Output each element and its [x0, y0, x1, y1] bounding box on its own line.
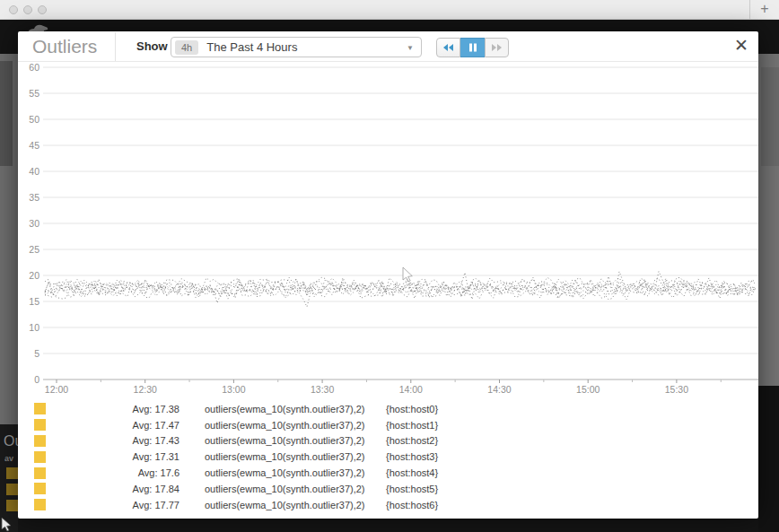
svg-text:15: 15 [29, 296, 39, 307]
legend-metric: outliers(ewma_10(synth.outlier37),2) [205, 500, 380, 510]
series-swatch[interactable] [34, 435, 46, 447]
new-tab-button[interactable]: + [749, 0, 779, 20]
svg-text:60: 60 [29, 62, 39, 73]
window-minimize-button[interactable] [23, 5, 32, 14]
modal-header: Outliers Show 4h The Past 4 Hours ▼ [18, 31, 758, 62]
background-right-bottom [758, 386, 779, 532]
background-panel [761, 67, 779, 166]
legend-avg: Avg: 17.77 [46, 500, 179, 510]
legend-avg: Avg: 17.38 [46, 404, 179, 414]
series-swatch[interactable] [34, 451, 46, 463]
legend-row[interactable]: Avg: 17.38 outliers(ewma_10(synth.outlie… [18, 401, 758, 417]
pause-button[interactable] [460, 38, 485, 57]
fast-forward-icon [491, 43, 503, 52]
legend-scope: {host:host3} [386, 451, 438, 462]
svg-text:12:00: 12:00 [45, 384, 68, 395]
timeframe-value: The Past 4 Hours [206, 40, 297, 54]
svg-text:5: 5 [34, 348, 39, 359]
background-bottom [18, 519, 758, 532]
background-widget-subtitle: av [4, 454, 13, 463]
legend-scope: {host:host5} [386, 484, 438, 494]
timeframe-badge: 4h [175, 40, 198, 55]
svg-text:13:00: 13:00 [222, 384, 245, 395]
legend-row[interactable]: Avg: 17.6 outliers(ewma_10(synth.outlier… [18, 465, 758, 481]
legend-avg: Avg: 17.6 [46, 467, 179, 478]
svg-text:30: 30 [29, 218, 39, 229]
playback-controls [436, 38, 509, 57]
series-swatch[interactable] [34, 467, 46, 479]
series-swatch[interactable] [34, 483, 46, 494]
legend-metric: outliers(ewma_10(synth.outlier37),2) [205, 484, 380, 494]
chart-legend: Avg: 17.38 outliers(ewma_10(synth.outlie… [18, 401, 758, 513]
browser-chrome: + [0, 0, 779, 20]
rewind-icon [442, 43, 454, 52]
chevron-down-icon: ▼ [407, 44, 414, 52]
modal-title: Outliers [32, 36, 97, 57]
legend-scope: {host:host0} [386, 404, 438, 414]
legend-avg: Avg: 17.84 [46, 484, 179, 494]
legend-scope: {host:host6} [386, 500, 438, 510]
background-panel [0, 61, 13, 166]
legend-row[interactable]: Avg: 17.31 outliers(ewma_10(synth.outlie… [18, 449, 758, 465]
header-divider [115, 32, 116, 61]
rewind-button[interactable] [436, 38, 460, 57]
background-swatch [6, 484, 18, 495]
legend-metric: outliers(ewma_10(synth.outlier37),2) [205, 404, 380, 414]
legend-avg: Avg: 17.43 [46, 435, 179, 446]
svg-text:55: 55 [29, 88, 39, 99]
legend-metric: outliers(ewma_10(synth.outlier37),2) [205, 451, 380, 462]
legend-metric: outliers(ewma_10(synth.outlier37),2) [205, 420, 380, 431]
outliers-chart[interactable]: 05101520253035404550556012:0012:3013:001… [18, 62, 758, 403]
series-swatch[interactable] [34, 403, 46, 414]
legend-avg: Avg: 17.31 [46, 451, 179, 462]
chart-canvas: 05101520253035404550556012:0012:3013:001… [18, 62, 758, 403]
svg-text:14:00: 14:00 [399, 384, 423, 395]
svg-text:12:30: 12:30 [134, 384, 157, 395]
outliers-modal: Outliers Show 4h The Past 4 Hours ▼ [18, 31, 758, 519]
svg-text:13:30: 13:30 [311, 384, 334, 395]
svg-text:50: 50 [29, 114, 39, 125]
svg-text:45: 45 [29, 140, 39, 151]
legend-row[interactable]: Avg: 17.43 outliers(ewma_10(synth.outlie… [18, 433, 758, 449]
svg-text:20: 20 [29, 270, 39, 281]
show-label: Show [136, 39, 168, 53]
legend-metric: outliers(ewma_10(synth.outlier37),2) [205, 435, 380, 446]
svg-text:0: 0 [34, 374, 39, 385]
legend-row[interactable]: Avg: 17.84 outliers(ewma_10(synth.outlie… [18, 481, 758, 497]
legend-scope: {host:host1} [386, 420, 438, 431]
timeframe-dropdown[interactable]: 4h The Past 4 Hours ▼ [171, 37, 422, 57]
window-close-button[interactable] [9, 5, 18, 14]
background-left [0, 54, 18, 424]
svg-text:25: 25 [29, 244, 39, 255]
screen: + Ou av Outliers Show 4h The Past 4 Hour… [0, 0, 779, 532]
svg-text:15:00: 15:00 [576, 384, 600, 395]
svg-text:15:30: 15:30 [665, 384, 688, 395]
svg-text:40: 40 [29, 166, 39, 177]
legend-scope: {host:host2} [386, 435, 438, 446]
legend-metric: outliers(ewma_10(synth.outlier37),2) [205, 467, 380, 478]
mouse-cursor-icon [1, 518, 13, 532]
series-swatch[interactable] [34, 499, 46, 510]
legend-avg: Avg: 17.47 [46, 420, 179, 431]
svg-text:14:30: 14:30 [487, 384, 511, 395]
window-zoom-button[interactable] [38, 5, 47, 14]
background-swatch [6, 467, 18, 479]
pause-icon [468, 43, 477, 52]
fast-forward-button[interactable] [485, 38, 509, 57]
background-swatch [6, 500, 18, 511]
legend-row[interactable]: Avg: 17.47 outliers(ewma_10(synth.outlie… [18, 417, 758, 433]
svg-text:35: 35 [29, 192, 39, 203]
close-icon[interactable]: ✕ [734, 35, 748, 57]
background-widget: Ou av [0, 424, 18, 532]
background-right [758, 54, 779, 386]
svg-text:10: 10 [29, 322, 39, 333]
series-swatch[interactable] [34, 419, 46, 431]
legend-row[interactable]: Avg: 17.77 outliers(ewma_10(synth.outlie… [18, 497, 758, 513]
legend-scope: {host:host4} [386, 467, 438, 478]
